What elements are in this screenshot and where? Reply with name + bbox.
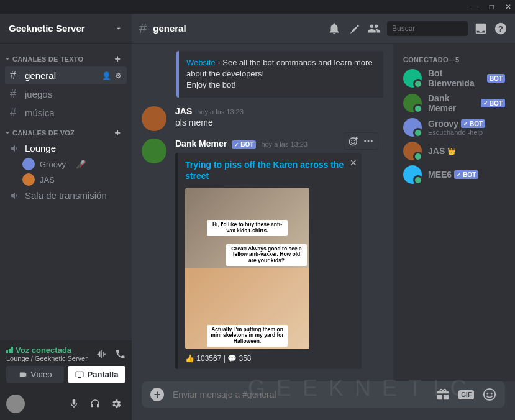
voice-channel-lounge[interactable]: Lounge	[5, 140, 127, 156]
gif-button[interactable]: GIF	[458, 390, 474, 399]
vc-user[interactable]: JAS	[2, 172, 127, 187]
avatar	[403, 69, 422, 88]
member-name: Dank Memer	[428, 93, 478, 113]
text-channel-juegos[interactable]: #juegos	[5, 85, 127, 103]
crown-icon: 👑	[447, 147, 456, 155]
message-text: pls meme	[175, 117, 383, 127]
emoji-icon[interactable]	[483, 388, 496, 401]
add-reaction-icon[interactable]	[348, 135, 359, 147]
member-row[interactable]: GroovyBOTEscuchando -help	[398, 116, 510, 139]
mute-icon[interactable]	[68, 398, 80, 409]
notifications-icon[interactable]	[327, 22, 341, 35]
message: Dank MemerBOThoy a las 13:23×Trying to p…	[142, 139, 383, 369]
embed-card: ×Trying to piss off the Karen across the…	[175, 153, 362, 369]
message: JAShoy a las 13:23pls meme	[142, 106, 383, 131]
invite-icon[interactable]: 👤	[102, 71, 111, 80]
window-minimize[interactable]: —	[471, 2, 478, 11]
more-icon[interactable]	[363, 135, 374, 147]
window-maximize[interactable]: □	[490, 2, 494, 11]
speaker-icon	[10, 144, 20, 153]
avatar	[403, 94, 422, 112]
add-text-channel-icon[interactable]: +	[114, 53, 121, 65]
hash-icon: #	[10, 106, 20, 119]
vc-user[interactable]: Groovy🎤̸	[2, 157, 127, 171]
svg-point-8	[484, 389, 495, 400]
channel-settings-icon[interactable]: ⚙	[115, 71, 122, 80]
svg-point-7	[371, 140, 373, 142]
text-channels-category[interactable]: CANALES DE TEXTO +	[0, 48, 129, 66]
noise-suppression-icon[interactable]	[96, 349, 107, 360]
attach-button[interactable]: +	[150, 388, 164, 401]
member-row[interactable]: JAS👑	[398, 139, 510, 163]
message-timestamp: hoy a las 13:23	[261, 140, 308, 148]
voice-channels-category[interactable]: CANALES DE VOZ +	[0, 122, 129, 140]
avatar[interactable]	[142, 106, 166, 131]
member-row[interactable]: Dank MemerBOT	[398, 91, 510, 116]
user-avatar[interactable]	[6, 395, 25, 413]
member-name: JAS	[428, 146, 445, 156]
svg-point-4	[354, 140, 355, 141]
gift-icon[interactable]	[436, 388, 450, 401]
message-input[interactable]	[173, 390, 427, 399]
embed-link[interactable]: Website	[186, 58, 216, 67]
channel-label: música	[25, 107, 55, 118]
bot-tag: BOT	[454, 170, 478, 179]
disconnect-icon[interactable]	[114, 349, 125, 360]
inbox-icon[interactable]	[474, 22, 488, 35]
bot-tag: BOT	[232, 140, 256, 149]
svg-point-6	[368, 140, 370, 142]
server-dropdown[interactable]: Geeknetic Server	[0, 14, 132, 43]
user-panel	[0, 388, 132, 420]
avatar	[22, 158, 35, 170]
avatar	[22, 173, 35, 186]
pinned-icon[interactable]	[347, 22, 361, 35]
embed-footer: 👍 103567 | 💬 358	[185, 354, 354, 363]
member-row[interactable]: Bot BienvenidaBOT	[398, 66, 510, 91]
channel-name: general	[153, 23, 186, 34]
svg-point-5	[364, 140, 366, 142]
avatar	[403, 118, 422, 137]
embed-title[interactable]: Trying to piss off the Karen across the …	[185, 159, 354, 181]
previous-embed: Website - See all the bot commands and l…	[176, 51, 383, 98]
embed-image[interactable]: Hi, I'd like to buy these anti-vax kids …	[185, 188, 309, 349]
chevron-down-icon	[114, 24, 123, 33]
help-icon[interactable]: ?	[494, 22, 508, 35]
bot-tag: BOT	[461, 119, 485, 128]
channel-sidebar: Geeknetic Server CANALES DE TEXTO + #gen…	[0, 14, 132, 420]
text-channel-música[interactable]: #música	[5, 104, 127, 122]
svg-point-9	[486, 393, 488, 395]
channel-label: general	[25, 70, 56, 81]
video-button[interactable]: Vídeo	[6, 366, 64, 383]
member-activity: Escuchando -help	[428, 129, 485, 136]
voice-channel-path: Lounge / Geeknetic Server	[6, 355, 88, 362]
search-box[interactable]	[387, 21, 468, 36]
member-row[interactable]: MEE6BOT	[398, 163, 510, 186]
message-input-box[interactable]: + GIF	[142, 381, 505, 408]
chat-main: # general ? Website - See all the bot co…	[132, 14, 515, 420]
members-icon[interactable]	[367, 22, 381, 35]
avatar	[403, 142, 422, 160]
member-name: Bot Bienvenida	[428, 68, 485, 88]
search-input[interactable]	[392, 24, 485, 33]
message-author[interactable]: Dank Memer	[175, 139, 227, 148]
svg-point-3	[351, 140, 352, 141]
voice-connected-panel: Voz conectada Lounge / Geeknetic Server …	[0, 340, 132, 388]
channel-label: Sala de transmisión	[25, 190, 107, 201]
message-list: Website - See all the bot commands and l…	[132, 43, 393, 381]
close-icon[interactable]: ×	[350, 157, 357, 170]
avatar[interactable]	[142, 139, 166, 163]
window-close[interactable]: ✕	[505, 2, 511, 11]
settings-icon[interactable]	[111, 398, 122, 409]
member-name: MEE6	[428, 170, 452, 180]
add-voice-channel-icon[interactable]: +	[114, 127, 121, 139]
voice-channel-sala-de-transmisión[interactable]: Sala de transmisión	[5, 188, 127, 203]
voice-status-label: Voz conectada	[6, 345, 88, 355]
deafen-icon[interactable]	[89, 398, 101, 409]
channel-label: Lounge	[25, 143, 56, 153]
screen-share-button[interactable]: Pantalla	[68, 366, 125, 383]
hash-icon: #	[10, 88, 20, 101]
message-author[interactable]: JAS	[175, 106, 192, 116]
server-mute-icon: 🎤̸	[76, 160, 86, 169]
text-channel-general[interactable]: #general👤⚙	[5, 66, 127, 84]
vc-user-name: JAS	[40, 175, 55, 185]
